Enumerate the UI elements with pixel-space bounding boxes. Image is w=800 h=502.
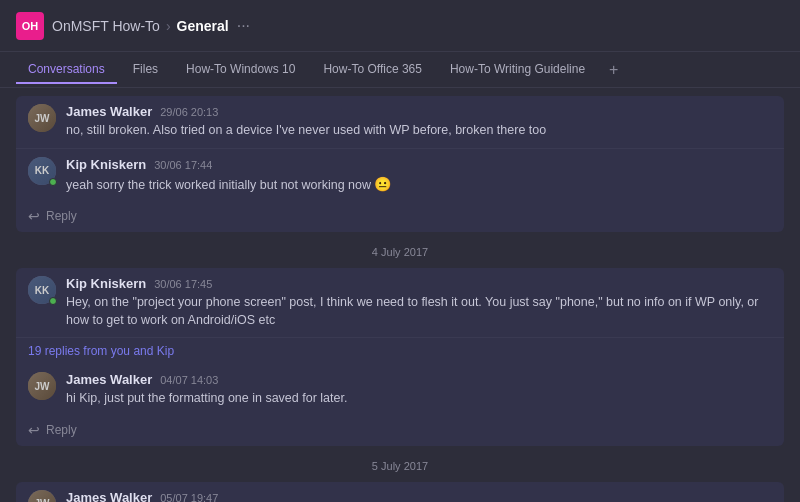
message-item: KK Kip Kniskern 30/06 17:45 Hey, on the … (16, 268, 784, 337)
team-name: OnMSFT How-To (52, 18, 160, 34)
more-options-icon[interactable]: ··· (237, 17, 250, 35)
replies-count[interactable]: 19 replies from you and Kip (16, 337, 784, 364)
message-item: JW James Walker 29/06 20:13 no, still br… (16, 96, 784, 148)
avatar: JW (28, 372, 56, 400)
tab-bar: Conversations Files How-To Windows 10 Ho… (0, 52, 800, 88)
reply-button[interactable]: ↩ Reply (16, 202, 784, 232)
avatar: JW (28, 490, 56, 502)
reply-button[interactable]: ↩ Reply (16, 416, 784, 446)
message-text: Hey, on the "project your phone screen" … (66, 294, 772, 329)
emoji: 😐 (374, 176, 391, 192)
timestamp: 04/07 14:03 (160, 374, 218, 386)
timestamp: 30/06 17:45 (154, 278, 212, 290)
tab-howto-windows10[interactable]: How-To Windows 10 (174, 56, 307, 84)
message-header: Kip Kniskern 30/06 17:44 (66, 157, 772, 172)
tab-writing-guideline[interactable]: How-To Writing Guideline (438, 56, 597, 84)
message-text: hi Kip, just put the formatting one in s… (66, 390, 772, 408)
message-header: James Walker 29/06 20:13 (66, 104, 772, 119)
message-header: James Walker 05/07 19:47 (66, 490, 772, 502)
avatar: KK (28, 157, 56, 185)
avatar: JW (28, 104, 56, 132)
sender-name: James Walker (66, 490, 152, 502)
tab-howto-office365[interactable]: How-To Office 365 (311, 56, 434, 84)
reply-icon: ↩ (28, 208, 40, 224)
thread-2: KK Kip Kniskern 30/06 17:45 Hey, on the … (16, 268, 784, 446)
avatar-initials: OH (22, 20, 39, 32)
tab-conversations[interactable]: Conversations (16, 56, 117, 84)
message-body: Kip Kniskern 30/06 17:45 Hey, on the "pr… (66, 276, 772, 329)
add-tab-button[interactable]: + (601, 57, 626, 83)
avatar: KK (28, 276, 56, 304)
message-body: Kip Kniskern 30/06 17:44 yeah sorry the … (66, 157, 772, 195)
message-item: JW James Walker 04/07 14:03 hi Kip, just… (16, 364, 784, 416)
message-item: KK Kip Kniskern 30/06 17:44 yeah sorry t… (16, 148, 784, 203)
message-item: JW James Walker 05/07 19:47 Hey Kip, I j… (16, 482, 784, 502)
thread-1: JW James Walker 29/06 20:13 no, still br… (16, 96, 784, 232)
timestamp: 05/07 19:47 (160, 492, 218, 502)
message-header: Kip Kniskern 30/06 17:45 (66, 276, 772, 291)
reply-icon: ↩ (28, 422, 40, 438)
timestamp: 29/06 20:13 (160, 106, 218, 118)
channel-title: OnMSFT How-To › General (52, 18, 229, 34)
reply-label: Reply (46, 423, 77, 437)
message-body: James Walker 29/06 20:13 no, still broke… (66, 104, 772, 140)
message-body: James Walker 05/07 19:47 Hey Kip, I just… (66, 490, 772, 502)
sender-name: James Walker (66, 104, 152, 119)
team-avatar: OH (16, 12, 44, 40)
message-body: James Walker 04/07 14:03 hi Kip, just pu… (66, 372, 772, 408)
message-header: James Walker 04/07 14:03 (66, 372, 772, 387)
timestamp: 30/06 17:44 (154, 159, 212, 171)
date-separator: 5 July 2017 (16, 460, 784, 472)
messages-content: JW James Walker 29/06 20:13 no, still br… (0, 88, 800, 502)
online-indicator (49, 178, 57, 186)
sender-name: Kip Kniskern (66, 157, 146, 172)
reply-label: Reply (46, 209, 77, 223)
message-text: no, still broken. Also tried on a device… (66, 122, 772, 140)
online-indicator (49, 297, 57, 305)
thread-3: JW James Walker 05/07 19:47 Hey Kip, I j… (16, 482, 784, 502)
sender-name: Kip Kniskern (66, 276, 146, 291)
tab-files[interactable]: Files (121, 56, 170, 84)
sender-name: James Walker (66, 372, 152, 387)
message-text: yeah sorry the trick worked initially bu… (66, 175, 772, 195)
breadcrumb-separator: › (166, 18, 171, 34)
channel-name: General (177, 18, 229, 34)
header: OH OnMSFT How-To › General ··· (0, 0, 800, 52)
date-separator: 4 July 2017 (16, 246, 784, 258)
